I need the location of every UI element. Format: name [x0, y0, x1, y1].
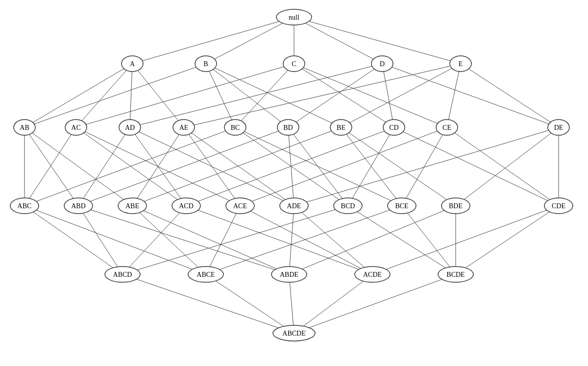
edge: [206, 274, 294, 333]
node-ABDE: ABDE: [271, 267, 307, 282]
node-label: BCDE: [446, 271, 465, 278]
node-D: D: [371, 56, 393, 72]
edge: [348, 206, 456, 274]
node-ABD: ABD: [64, 198, 93, 214]
node-label: BE: [337, 124, 345, 131]
edge: [24, 127, 235, 206]
node-label: CD: [389, 124, 398, 131]
edge: [456, 127, 559, 206]
edge: [24, 64, 206, 127]
node-label: ACDE: [363, 271, 382, 278]
edge: [184, 127, 240, 206]
edge: [447, 64, 461, 127]
node-label: DE: [554, 124, 564, 131]
edge: [235, 127, 348, 206]
node-BCE: BCE: [388, 198, 416, 214]
node-label: CDE: [552, 202, 565, 210]
edge: [235, 64, 294, 127]
node-label: ACE: [233, 202, 247, 210]
edge: [186, 206, 372, 274]
node-E: E: [450, 56, 471, 72]
node-label: null: [289, 14, 299, 21]
edge: [24, 127, 76, 206]
node-label: B: [203, 60, 208, 68]
edge: [184, 64, 461, 127]
node-ABCE: ABCE: [188, 267, 223, 282]
node-ABE: ABE: [118, 198, 147, 214]
node-DE: DE: [548, 120, 569, 135]
edge: [240, 206, 372, 274]
edge: [122, 274, 294, 333]
node-label: BC: [231, 124, 240, 131]
node-ACD: ACD: [172, 198, 200, 214]
node-label: C: [292, 60, 296, 68]
node-BCD: BCD: [334, 198, 362, 214]
node-CE: CE: [436, 120, 458, 135]
edge: [294, 17, 382, 64]
node-label: ABDE: [280, 271, 298, 278]
edge: [348, 127, 394, 206]
node-AD: AD: [119, 120, 141, 135]
edge: [132, 64, 184, 127]
edge: [184, 127, 294, 206]
edge: [288, 64, 382, 127]
edge: [341, 127, 456, 206]
node-C: C: [283, 56, 305, 72]
node-ABCD: ABCD: [105, 267, 140, 282]
edge: [382, 64, 559, 127]
edge: [76, 64, 132, 127]
edge: [130, 64, 132, 127]
hasse-diagram: nullABCDEABACADAEBCBDBECDCEDEABCABDABEAC…: [0, 0, 588, 366]
edge: [206, 64, 235, 127]
node-null: null: [276, 9, 312, 25]
edge: [206, 64, 288, 127]
edge: [132, 17, 294, 64]
node-ACDE: ACDE: [355, 267, 390, 282]
node-BD: BD: [277, 120, 299, 135]
node-label: ABCDE: [282, 330, 305, 337]
node-label: ADE: [287, 202, 301, 210]
node-label: BCE: [395, 202, 408, 210]
edge: [122, 206, 186, 274]
edge: [24, 127, 132, 206]
edge: [288, 127, 294, 206]
node-label: ACD: [179, 202, 194, 210]
edge: [132, 206, 206, 274]
edge: [289, 206, 294, 274]
node-label: AB: [20, 124, 29, 131]
edge: [288, 127, 348, 206]
edge: [402, 127, 447, 206]
node-label: BD: [283, 124, 293, 131]
node-label: ABCE: [196, 271, 215, 278]
edge: [132, 127, 184, 206]
node-label: CE: [442, 124, 451, 131]
node-label: BCD: [341, 202, 355, 210]
edge: [24, 64, 132, 127]
node-label: ABC: [18, 202, 32, 210]
node-label: ABCD: [113, 271, 132, 278]
edge: [78, 206, 289, 274]
edge: [289, 274, 294, 333]
node-BCDE: BCDE: [438, 267, 473, 282]
edge: [394, 127, 559, 206]
node-BC: BC: [224, 120, 246, 135]
node-label: BDE: [449, 202, 463, 210]
edge: [78, 206, 122, 274]
node-label: AC: [71, 124, 80, 131]
node-label: A: [130, 60, 135, 68]
node-ABCDE: ABCDE: [273, 325, 315, 341]
edge: [235, 127, 402, 206]
edge: [76, 64, 294, 127]
node-label: ABE: [125, 202, 139, 210]
edge: [24, 206, 206, 274]
edge: [402, 206, 456, 274]
edge: [24, 206, 122, 274]
edge: [294, 127, 559, 206]
node-label: AD: [125, 124, 135, 131]
edge: [294, 274, 372, 333]
edge: [447, 127, 559, 206]
node-ADE: ADE: [280, 198, 308, 214]
node-AC: AC: [65, 120, 87, 135]
edge: [78, 127, 130, 206]
node-label: D: [380, 60, 385, 68]
